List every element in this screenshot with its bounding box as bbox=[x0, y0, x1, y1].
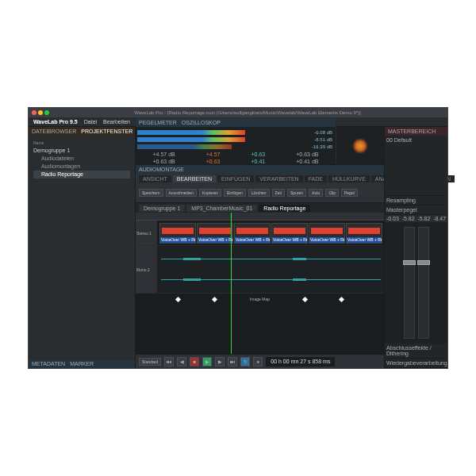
tab-marker[interactable]: MARKER bbox=[70, 361, 94, 367]
resampling-section: Resampling bbox=[385, 196, 447, 205]
tab-project[interactable]: PROJEKTFENSTER bbox=[81, 129, 132, 134]
fader-knob[interactable] bbox=[417, 260, 430, 265]
project-tabs: DATEIBROWSER PROJEKTFENSTER bbox=[29, 127, 135, 136]
clip-4[interactable]: VoiceOver WB + Reportage bbox=[271, 223, 308, 244]
peak-val-1: -6.08 dB bbox=[314, 130, 332, 135]
fader-right[interactable] bbox=[418, 227, 429, 339]
play-button[interactable]: ▶ bbox=[202, 357, 212, 367]
btn-level[interactable]: Pegel bbox=[341, 189, 358, 197]
playback-section: Wiedergabeverarbeitung bbox=[385, 359, 447, 368]
marker-icon[interactable] bbox=[339, 296, 344, 301]
tab-oscilloscope[interactable]: OSZILLOSKOP bbox=[182, 120, 221, 125]
track-2: Mono 2 bbox=[136, 246, 384, 294]
clip-5[interactable]: VoiceOver WB + Reportage bbox=[309, 223, 345, 244]
loud-val: -16.39 dB bbox=[312, 144, 332, 149]
timecode-display: 00 h 00 mn 27 s 858 ms bbox=[266, 357, 335, 367]
m8: +0.41 dB bbox=[296, 159, 318, 164]
end-button[interactable]: ⏭ bbox=[228, 357, 237, 367]
btn-delete[interactable]: Löschen bbox=[248, 189, 270, 197]
m5: +0.63 dB bbox=[153, 159, 175, 164]
waveform-display bbox=[161, 249, 381, 290]
marker-icon[interactable] bbox=[175, 296, 181, 301]
m3: +0.63 bbox=[251, 152, 266, 157]
record-button[interactable]: ● bbox=[253, 357, 263, 367]
time-ruler[interactable] bbox=[136, 213, 384, 221]
rewind-button[interactable]: ⏮ bbox=[164, 357, 174, 367]
project-panel: DATEIBROWSER PROJEKTFENSTER Name Demogru… bbox=[29, 127, 136, 368]
mtab-radio[interactable]: Radio Reportage bbox=[259, 205, 310, 212]
back-button[interactable]: ◀ bbox=[177, 357, 186, 367]
btn-save[interactable]: Speichern bbox=[139, 189, 163, 197]
tab-filebrowser[interactable]: DATEIBROWSER bbox=[32, 129, 76, 134]
timeline[interactable]: Stereo 1 VoiceOver WB + Reportage VoiceO… bbox=[136, 213, 384, 354]
m2: +4.57 bbox=[206, 152, 221, 157]
tree-item-audio[interactable]: Audiodateien bbox=[33, 155, 130, 163]
clip-6[interactable]: VoiceOver WB + Reportage bbox=[346, 223, 382, 244]
maximize-icon[interactable] bbox=[44, 110, 49, 115]
project-tree: Name Demogruppe 1 Audiodateien Audiomont… bbox=[29, 136, 135, 359]
montage-header: AUDIOMONTAGE bbox=[136, 165, 384, 174]
m4: +0.63 dB bbox=[296, 152, 318, 157]
montage-toolbar: AUDIOMONTAGE ANSICHT BEARBEITEN EINFÜGEN… bbox=[136, 165, 384, 203]
m7: +0.41 bbox=[251, 159, 266, 164]
marker-icon[interactable] bbox=[212, 296, 217, 301]
fader-knob[interactable] bbox=[403, 260, 416, 265]
minimize-icon[interactable] bbox=[38, 110, 43, 115]
toolbar-buttons: Speichern Ausschneiden Kopieren Einfügen… bbox=[136, 183, 384, 202]
btn-auto[interactable]: Auto bbox=[309, 189, 323, 197]
level-meter: PEGELMETER OSZILLOSKOP -6.08 dB -8.51 dB… bbox=[136, 127, 336, 164]
window-title: WaveLab Pro - [Radio Reportage.mon (/Use… bbox=[51, 110, 444, 115]
tab-metadata[interactable]: METADATEN bbox=[32, 361, 65, 367]
tree-item-montage[interactable]: Audiomontagen bbox=[33, 163, 130, 171]
forward-button[interactable]: ▶ bbox=[215, 357, 225, 367]
tab-fade[interactable]: FADE bbox=[305, 175, 327, 182]
montage-tabs: Demogruppe 1 MP3_ChamberMusic_01 Radio R… bbox=[136, 203, 384, 213]
btn-tracks[interactable]: Spuren bbox=[287, 189, 306, 197]
image-map-label: Image Map bbox=[250, 297, 270, 301]
clip-2[interactable]: VoiceOver WB + Reportage bbox=[197, 223, 233, 244]
m6: +0.63 bbox=[206, 159, 221, 164]
marker-icon[interactable] bbox=[302, 296, 308, 301]
marker-lane[interactable]: Image Map bbox=[136, 294, 384, 305]
fader-values: -0.03-5.82-5.82-8.47 bbox=[385, 215, 447, 222]
track-1-lane[interactable]: VoiceOver WB + Reportage VoiceOver WB + … bbox=[158, 221, 384, 245]
btn-paste[interactable]: Einfügen bbox=[224, 189, 246, 197]
menu-edit[interactable]: Bearbeiten bbox=[103, 119, 130, 125]
masterlevel-section: Masterpegel bbox=[385, 205, 447, 215]
app-window: WaveLab Pro - [Radio Reportage.mon (/Use… bbox=[28, 107, 448, 369]
tab-levelmeter[interactable]: PEGELMETER bbox=[139, 120, 177, 125]
meta-tabs: METADATEN MARKER bbox=[29, 359, 135, 368]
tab-envelope[interactable]: HÜLLKURVE bbox=[328, 175, 370, 182]
track-2-header[interactable]: Mono 2 bbox=[136, 246, 158, 293]
meter-row: PEGELMETER OSZILLOSKOP -6.08 dB -8.51 dB… bbox=[136, 127, 384, 165]
tree-item-reportage[interactable]: Radio Reportage bbox=[33, 171, 130, 178]
tab-process[interactable]: VERARBEITEN bbox=[255, 175, 302, 182]
meter-tabs: PEGELMETER OSZILLOSKOP bbox=[136, 118, 336, 127]
tab-insert[interactable]: EINFÜGEN bbox=[217, 175, 254, 182]
fader-left[interactable] bbox=[404, 227, 415, 339]
playhead[interactable] bbox=[231, 213, 232, 354]
btn-copy[interactable]: Kopieren bbox=[199, 189, 221, 197]
app-name: WaveLab Pro 9.5 bbox=[33, 119, 78, 125]
tab-view[interactable]: ANSICHT bbox=[139, 175, 171, 182]
stop-button[interactable]: ■ bbox=[190, 357, 199, 367]
master-faders bbox=[385, 222, 447, 344]
peak-val-2: -8.51 dB bbox=[314, 137, 332, 142]
close-icon[interactable] bbox=[32, 110, 36, 115]
mtab-mp3[interactable]: MP3_ChamberMusic_01 bbox=[186, 205, 257, 212]
btn-clip[interactable]: Clip bbox=[325, 189, 339, 197]
btn-cut[interactable]: Ausschneiden bbox=[166, 189, 197, 197]
track-2-lane[interactable] bbox=[158, 246, 384, 293]
menu-file[interactable]: Datei bbox=[84, 119, 97, 125]
track-1: Stereo 1 VoiceOver WB + Reportage VoiceO… bbox=[136, 221, 384, 246]
loop-button[interactable]: ↻ bbox=[240, 357, 250, 367]
track-1-header[interactable]: Stereo 1 bbox=[136, 221, 158, 245]
tab-edit[interactable]: BEARBEITEN bbox=[173, 175, 216, 182]
transport-bar: Standard ⏮ ◀ ■ ▶ ▶ ⏭ ↻ ● 00 h 00 mn 27 s… bbox=[136, 354, 384, 368]
btn-time[interactable]: Zeit bbox=[272, 189, 285, 197]
mtab-group[interactable]: Demogruppe 1 bbox=[139, 205, 185, 212]
clip-3[interactable]: VoiceOver WB + Reportage bbox=[234, 223, 271, 244]
tree-group[interactable]: Demogruppe 1 bbox=[33, 147, 130, 155]
preset-selector[interactable]: Standard bbox=[139, 358, 161, 366]
clip-1[interactable]: VoiceOver WB + Reportage bbox=[159, 223, 196, 244]
